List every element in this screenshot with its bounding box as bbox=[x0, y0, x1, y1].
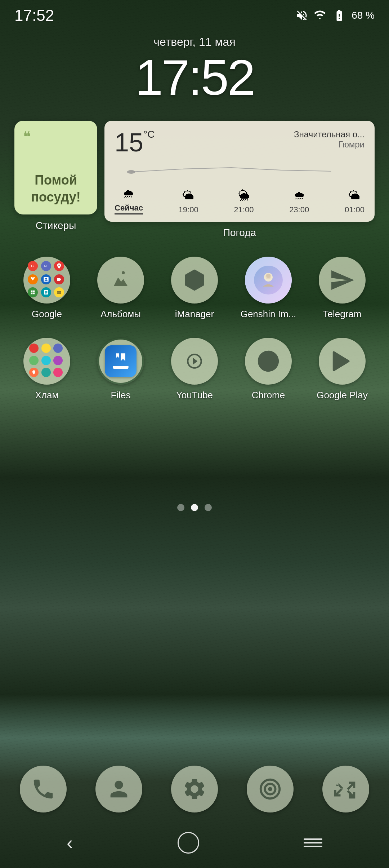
date-display: четверг, 11 мая bbox=[0, 35, 389, 49]
nav-recents[interactable] bbox=[304, 838, 322, 847]
phone-icon[interactable] bbox=[20, 766, 67, 812]
svg-rect-7 bbox=[33, 293, 35, 294]
dock-row bbox=[14, 766, 375, 812]
dock-contacts[interactable] bbox=[90, 766, 148, 812]
nav-home[interactable] bbox=[178, 832, 199, 854]
weather-times: 🌧 Сейчас 🌥 19:00 🌦 21:00 🌧 23:00 bbox=[115, 187, 365, 214]
recents-icon[interactable] bbox=[322, 766, 369, 812]
page-indicators bbox=[0, 497, 389, 518]
battery-percent: 68 % bbox=[352, 10, 375, 21]
albums-icon[interactable] bbox=[97, 257, 144, 304]
weather-condition: Значительная о... bbox=[294, 129, 365, 140]
app-telegram[interactable]: Telegram bbox=[310, 257, 375, 320]
dock bbox=[0, 758, 389, 823]
imanager-icon[interactable] bbox=[171, 257, 218, 304]
weather-city: Гюмри bbox=[294, 140, 365, 150]
sticker-text: Помой посуду! bbox=[23, 172, 89, 206]
weather-time-0100: 🌥 01:00 bbox=[345, 189, 365, 214]
indicator-2[interactable] bbox=[191, 504, 198, 511]
wifi-icon bbox=[313, 9, 327, 22]
googleplay-label: Google Play bbox=[317, 390, 368, 401]
dock-target[interactable] bbox=[241, 766, 299, 812]
app-imanager[interactable]: iManager bbox=[162, 257, 227, 320]
telegram-icon[interactable] bbox=[319, 257, 366, 304]
app-youtube[interactable]: YouTube bbox=[162, 338, 227, 401]
files-icon[interactable] bbox=[97, 338, 144, 385]
app-junk[interactable]: Хлам bbox=[14, 338, 79, 401]
svg-point-10 bbox=[266, 274, 270, 278]
google-icon[interactable]: G M bbox=[23, 257, 70, 304]
sticker-widget[interactable]: ❝ Помой посуду! Стикеры bbox=[14, 121, 97, 231]
quote-icon: ❝ bbox=[23, 129, 89, 144]
telegram-label: Telegram bbox=[323, 309, 362, 320]
weather-description: Значительная о... Гюмри bbox=[294, 129, 365, 150]
chrome-label: Chrome bbox=[252, 390, 285, 401]
albums-label: Альбомы bbox=[100, 309, 141, 320]
weather-temperature: 15°C bbox=[115, 129, 155, 155]
googleplay-icon[interactable] bbox=[319, 338, 366, 385]
dock-phone[interactable] bbox=[14, 766, 72, 812]
junk-label: Хлам bbox=[35, 390, 59, 401]
svg-rect-6 bbox=[31, 293, 33, 294]
weather-time-1900: 🌥 19:00 bbox=[179, 189, 198, 214]
time-label-0100: 01:00 bbox=[345, 205, 365, 214]
genshin-label: Genshin Im... bbox=[241, 309, 296, 320]
time-label-2100: 21:00 bbox=[234, 205, 254, 214]
files-label: Files bbox=[111, 390, 131, 401]
svg-text:G: G bbox=[31, 264, 33, 268]
indicator-1[interactable] bbox=[177, 504, 184, 511]
app-albums[interactable]: Альбомы bbox=[88, 257, 153, 320]
mute-icon bbox=[295, 9, 308, 22]
nav-back[interactable]: ‹ bbox=[67, 832, 73, 854]
weather-label: Погода bbox=[223, 227, 256, 239]
chrome-icon[interactable] bbox=[245, 338, 292, 385]
app-genshin[interactable]: Genshin Im... bbox=[236, 257, 301, 320]
target-icon[interactable] bbox=[247, 766, 294, 812]
google-label: Google bbox=[32, 309, 62, 320]
app-files[interactable]: Files bbox=[88, 338, 153, 401]
time-display: 17:52 bbox=[0, 52, 389, 103]
time-label-2300: 23:00 bbox=[289, 205, 309, 214]
contacts-icon[interactable] bbox=[95, 766, 142, 812]
youtube-label: YouTube bbox=[176, 390, 213, 401]
apps-row-1: G M bbox=[14, 257, 375, 320]
apps-section: G M bbox=[0, 246, 389, 497]
time-label-now: Сейчас bbox=[115, 203, 143, 214]
weather-time-now: 🌧 Сейчас bbox=[115, 187, 143, 214]
dock-settings[interactable] bbox=[166, 766, 223, 812]
sticker-label: Стикеры bbox=[36, 220, 76, 231]
settings-icon[interactable] bbox=[171, 766, 218, 812]
app-chrome[interactable]: Chrome bbox=[236, 338, 301, 401]
status-bar: 17:52 68 % bbox=[0, 0, 389, 28]
svg-rect-5 bbox=[33, 291, 35, 292]
youtube-icon[interactable] bbox=[171, 338, 218, 385]
dock-recents[interactable] bbox=[317, 766, 375, 812]
weather-time-2100: 🌦 21:00 bbox=[234, 189, 254, 214]
apps-row-2: Хлам Files bbox=[14, 338, 375, 401]
datetime-section: четверг, 11 мая 17:52 bbox=[0, 28, 389, 114]
status-icons: 68 % bbox=[295, 9, 375, 22]
weather-time-2300: 🌧 23:00 bbox=[289, 189, 309, 214]
weather-card[interactable]: 15°C Значительная о... Гюмри bbox=[104, 121, 375, 222]
indicator-3[interactable] bbox=[205, 504, 212, 511]
sticker-card[interactable]: ❝ Помой посуду! bbox=[14, 121, 97, 214]
battery-icon bbox=[331, 9, 347, 22]
nav-bar: ‹ bbox=[0, 823, 389, 868]
weather-chart bbox=[115, 161, 365, 183]
junk-icon[interactable] bbox=[23, 338, 70, 385]
widgets-row: ❝ Помой посуду! Стикеры 15°C Значительна… bbox=[0, 114, 389, 246]
svg-rect-4 bbox=[31, 291, 33, 292]
weather-widget[interactable]: 15°C Значительная о... Гюмри bbox=[104, 121, 375, 239]
imanager-label: iManager bbox=[175, 309, 214, 320]
app-googleplay[interactable]: Google Play bbox=[310, 338, 375, 401]
svg-text:M: M bbox=[44, 265, 46, 268]
genshin-icon[interactable] bbox=[245, 257, 292, 304]
time-label-1900: 19:00 bbox=[179, 205, 198, 214]
status-time: 17:52 bbox=[14, 6, 54, 25]
weather-top: 15°C Значительная о... Гюмри bbox=[115, 129, 365, 155]
app-google[interactable]: G M bbox=[14, 257, 79, 320]
